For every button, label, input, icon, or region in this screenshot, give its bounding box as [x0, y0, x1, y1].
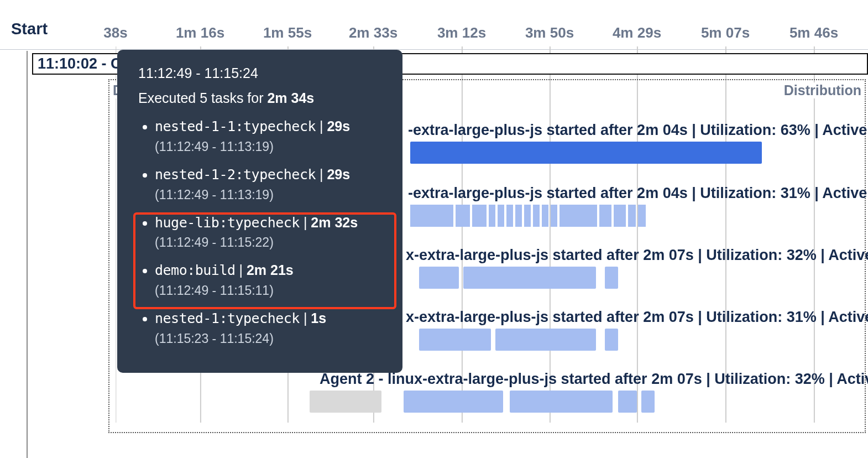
axis-tick: 1m 55s — [263, 24, 312, 41]
tooltip-task-item: nested-1-2:typecheck | 29s (11:12:49 - 1… — [155, 165, 386, 204]
agent-row-label: -extra-large-plus-js started after 2m 04… — [408, 122, 868, 139]
timeline-bar[interactable] — [641, 391, 655, 413]
axis-tick: 5m 07s — [701, 24, 750, 41]
timeline-bar-striped[interactable] — [410, 205, 649, 227]
axis-tick: 3m 12s — [437, 24, 486, 41]
timeline-bar[interactable] — [419, 329, 491, 351]
time-axis: Start 38s 1m 16s 1m 55s 2m 33s 3m 12s 3m… — [0, 17, 868, 50]
timeline-bar[interactable] — [410, 142, 762, 164]
agent-row-label: Agent 2 - linux-extra-large-plus-js star… — [320, 371, 868, 388]
agent-row-label: -extra-large-plus-js started after 2m 04… — [408, 185, 868, 202]
axis-tick: 5m 46s — [789, 24, 838, 41]
axis-start-label: Start — [11, 20, 48, 38]
task-tooltip: 11:12:49 - 11:15:24 Executed 5 tasks for… — [117, 50, 402, 373]
timeline-bar[interactable] — [463, 267, 596, 289]
axis-tick: 1m 16s — [176, 24, 224, 41]
chart-gutter-line — [27, 51, 28, 458]
axis-tick: 4m 29s — [613, 24, 661, 41]
tooltip-time-range: 11:12:49 - 11:15:24 — [138, 65, 386, 81]
tooltip-task-item: nested-1-1:typecheck | 29s (11:12:49 - 1… — [155, 117, 386, 155]
timeline-bar[interactable] — [495, 329, 596, 351]
axis-tick: 3m 50s — [525, 24, 574, 41]
agent-row-label: x-extra-large-plus-js started after 2m 0… — [406, 309, 868, 326]
tooltip-task-item: nested-1:typecheck | 1s (11:15:23 - 11:1… — [155, 309, 386, 347]
tooltip-summary: Executed 5 tasks for 2m 34s — [138, 90, 386, 106]
timeline-bar[interactable] — [605, 267, 618, 289]
timeline-bar[interactable] — [618, 391, 637, 413]
timeline-bar[interactable] — [419, 267, 459, 289]
timeline-bar[interactable] — [404, 391, 503, 413]
timeline-bar[interactable] — [605, 329, 618, 351]
timeline-bar-idle[interactable] — [310, 391, 381, 413]
timeline-bar[interactable] — [510, 391, 613, 413]
distribution-label-right: Distribution — [784, 82, 861, 98]
annotation-highlight-box — [133, 212, 396, 309]
agent-row-label: x-extra-large-plus-js started after 2m 0… — [406, 247, 868, 264]
axis-tick: 2m 33s — [349, 24, 398, 41]
axis-tick: 38s — [103, 24, 127, 41]
